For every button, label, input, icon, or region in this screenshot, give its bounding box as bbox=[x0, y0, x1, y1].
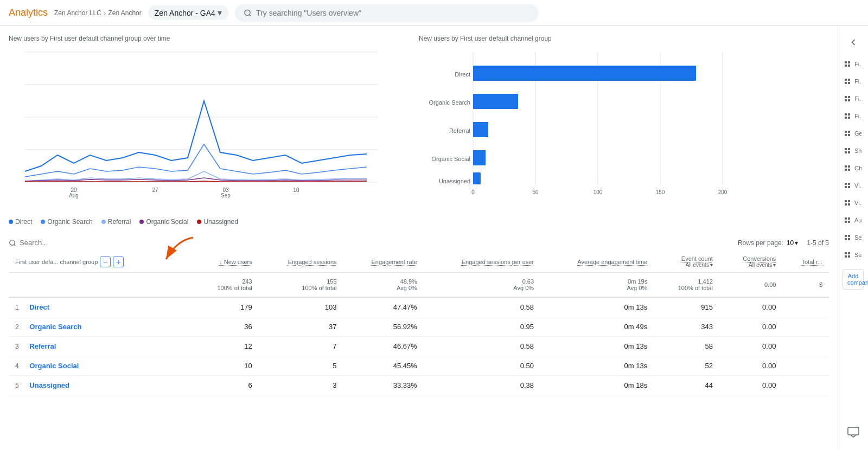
svg-rect-28 bbox=[473, 122, 488, 137]
sidebar-item-9-label: Vi... bbox=[854, 200, 861, 206]
svg-text:Organic Search: Organic Search bbox=[429, 99, 470, 106]
cell-channel-name[interactable]: Organic Search bbox=[29, 323, 81, 331]
cell-total-revenue bbox=[782, 337, 829, 356]
cell-conversions: 0.00 bbox=[719, 337, 782, 356]
cell-channel-name[interactable]: Unassigned bbox=[29, 381, 69, 389]
sidebar-item-1-label: Fi... bbox=[854, 61, 861, 67]
app-logo: Analytics bbox=[9, 7, 48, 18]
breadcrumb: Zen Anchor LLC › Zen Anchor bbox=[54, 9, 142, 17]
conversions-filter-icon[interactable]: ▾ bbox=[773, 262, 776, 268]
grid-icon-5 bbox=[845, 131, 850, 136]
remove-dimension-button[interactable]: − bbox=[100, 256, 111, 267]
cell-channel: 2 Organic Search bbox=[9, 317, 193, 337]
row-number: 2 bbox=[15, 323, 19, 331]
cell-new-users: 6 bbox=[193, 376, 259, 395]
svg-text:10: 10 bbox=[293, 187, 299, 193]
sidebar-item-4[interactable]: Fi... gr... bbox=[838, 108, 868, 124]
svg-point-38 bbox=[10, 240, 15, 245]
row-number: 3 bbox=[15, 343, 19, 350]
sidebar-item-5[interactable]: Ge... bbox=[838, 126, 868, 141]
line-chart-section: New users by First user default channel … bbox=[9, 35, 419, 209]
sidebar-item-12[interactable]: Se... bbox=[838, 247, 868, 262]
legend-label-organic-social: Organic Social bbox=[146, 218, 188, 226]
rows-per-page-select[interactable]: 10 ▾ bbox=[787, 239, 798, 247]
global-search-bar[interactable] bbox=[235, 4, 539, 22]
svg-text:Organic Social: Organic Social bbox=[431, 156, 470, 162]
sidebar-item-6-label: Sh... bbox=[854, 147, 861, 154]
grid-icon-6 bbox=[845, 148, 850, 153]
total-engagement-rate-sub: Avg 0% bbox=[350, 285, 417, 291]
row-number: 5 bbox=[15, 382, 19, 389]
sidebar-item-10-label: Au... bbox=[854, 217, 861, 223]
table-row: 4 Organic Social 10 5 45.45% 0.50 0m 13s… bbox=[9, 356, 829, 376]
legend-label-unassigned: Unassigned bbox=[203, 218, 238, 226]
add-comparison-button[interactable]: Add comparison bbox=[843, 269, 864, 290]
sidebar-item-1[interactable]: Fi... bbox=[838, 56, 868, 72]
total-new-users-sub: 100% of total bbox=[200, 285, 252, 291]
total-avg-engagement-sub: Avg 0% bbox=[547, 285, 647, 291]
legend-dot-organic-search bbox=[41, 220, 45, 224]
chart-legend: Direct Organic Search Referral Organic S… bbox=[0, 214, 838, 230]
cell-sessions-per-user: 0.58 bbox=[424, 297, 540, 317]
table-search-wrapper[interactable] bbox=[9, 239, 111, 247]
cell-new-users: 12 bbox=[193, 337, 259, 356]
svg-text:50: 50 bbox=[532, 189, 539, 195]
cell-total-revenue bbox=[782, 356, 829, 376]
svg-line-1 bbox=[249, 14, 251, 16]
add-dimension-button[interactable]: + bbox=[113, 256, 124, 267]
cell-new-users: 10 bbox=[193, 356, 259, 376]
bar-chart-section: New users by First user default channel … bbox=[419, 35, 829, 209]
search-icon bbox=[9, 239, 16, 247]
cell-channel-name[interactable]: Organic Social bbox=[29, 362, 79, 370]
search-icon bbox=[244, 9, 252, 17]
cell-total-revenue bbox=[782, 297, 829, 317]
cell-avg-engagement: 0m 13s bbox=[540, 356, 654, 376]
cell-channel: 4 Organic Social bbox=[9, 356, 193, 376]
cell-avg-engagement: 0m 18s bbox=[540, 376, 654, 395]
table-row: 3 Referral 12 7 46.67% 0.58 0m 13s 58 0.… bbox=[9, 337, 829, 356]
cell-sessions-per-user: 0.38 bbox=[424, 376, 540, 395]
sidebar-item-8-label: Vi... bbox=[854, 182, 861, 189]
sidebar-item-6[interactable]: Sh... bbox=[838, 143, 868, 158]
grid-icon-9 bbox=[845, 200, 850, 206]
cell-engaged-sessions: 103 bbox=[259, 297, 343, 317]
svg-point-0 bbox=[245, 10, 250, 15]
table-row: 2 Organic Search 36 37 56.92% 0.95 0m 49… bbox=[9, 317, 829, 337]
svg-text:Unassigned: Unassigned bbox=[439, 178, 470, 184]
sidebar-item-3[interactable]: Fi... ne... bbox=[838, 91, 868, 106]
cell-conversions: 0.00 bbox=[719, 376, 782, 395]
cell-channel-name[interactable]: Referral bbox=[29, 342, 56, 350]
property-selector[interactable]: Zen Anchor - GA4 ▾ bbox=[148, 5, 228, 20]
event-count-filter-icon[interactable]: ▾ bbox=[710, 262, 713, 268]
chevron-down-icon: ▾ bbox=[795, 239, 798, 247]
line-chart-container: 40 30 20 10 0 bbox=[9, 47, 419, 209]
sidebar-item-10[interactable]: Au... bbox=[838, 213, 868, 228]
sidebar-item-5-label: Ge... bbox=[854, 130, 861, 137]
sidebar-item-2[interactable]: Fi... bbox=[838, 74, 868, 89]
cell-engaged-sessions: 37 bbox=[259, 317, 343, 337]
sidebar-item-11[interactable]: Se... bbox=[838, 230, 868, 245]
cell-engagement-rate: 47.47% bbox=[343, 297, 424, 317]
legend-item-organic-social: Organic Social bbox=[139, 218, 188, 226]
total-new-users: 243 100% of total bbox=[193, 273, 259, 298]
total-revenue: $ bbox=[782, 273, 829, 298]
back-button[interactable] bbox=[838, 30, 868, 54]
legend-dot-unassigned bbox=[197, 220, 201, 224]
cell-total-revenue bbox=[782, 376, 829, 395]
search-input[interactable] bbox=[256, 9, 530, 17]
chat-button[interactable] bbox=[838, 419, 868, 445]
table-row: 5 Unassigned 6 3 33.33% 0.38 0m 18s 44 0… bbox=[9, 376, 829, 395]
col-header-conversions: Conversions All events ▾ bbox=[719, 251, 782, 273]
table-search-input[interactable] bbox=[20, 239, 111, 247]
charts-area: New users by First user default channel … bbox=[0, 26, 838, 449]
sidebar-item-9[interactable]: Vi... bbox=[838, 195, 868, 210]
sidebar-item-12-label: Se... bbox=[854, 252, 861, 258]
sidebar-item-8[interactable]: Vi... bbox=[838, 178, 868, 193]
sidebar-item-11-label: Se... bbox=[854, 234, 861, 241]
cell-conversions: 0.00 bbox=[719, 297, 782, 317]
cell-new-users: 36 bbox=[193, 317, 259, 337]
conversions-filter-label: All events bbox=[749, 262, 772, 268]
total-conversions: 0.00 bbox=[719, 273, 782, 298]
sidebar-item-7[interactable]: Ch... bbox=[838, 161, 868, 176]
cell-channel-name[interactable]: Direct bbox=[29, 303, 49, 311]
